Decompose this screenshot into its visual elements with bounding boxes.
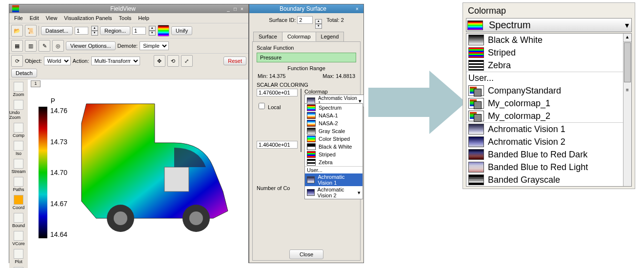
menu-help[interactable]: Help [135,14,152,22]
dd-zebra[interactable]: Zebra [305,158,362,166]
sidebar-iso[interactable]: Iso [9,139,28,157]
maximize-icon[interactable]: □ [232,5,239,12]
open-icon[interactable]: 📂 [11,25,23,37]
dd-nasa1[interactable]: NASA-1 [305,112,362,119]
viewer-options-button[interactable]: Viewer Options... [66,41,116,50]
p3-bluered-light[interactable]: Banded Blue to Red Light [466,161,631,173]
window-title: FieldView [21,5,225,12]
svg-point-1 [114,211,127,225]
dd-achr1[interactable]: Achromatic Vision 1 [305,173,362,186]
svg-point-3 [189,211,203,225]
object-select[interactable]: World [44,57,71,65]
dataset-button[interactable]: Dataset... [41,26,73,35]
surface-id-input[interactable] [297,16,313,24]
dd-achr2[interactable]: Achromatic Vision 2▾ [305,186,362,199]
colormap-panel-title: Colormap [466,5,632,17]
menu-file[interactable]: File [11,14,26,22]
action-select[interactable]: Multi-Transform [91,57,140,65]
colormap-panel-select[interactable]: Spectrum ▼ [466,18,632,32]
num-colors-label: Number of Co [253,183,294,193]
scroll-thumb[interactable] [624,42,631,82]
dd-nasa2[interactable]: NASA-2 [305,119,362,127]
sidebar-extra[interactable] [9,266,28,268]
legend-title: P [39,97,67,105]
3d-viewport[interactable]: 1 P [28,79,248,268]
scroll-up-icon[interactable]: ▴ [624,34,631,42]
colormap-label: Colormap [304,89,364,95]
close-icon[interactable]: × [239,5,245,12]
colormap-icon[interactable] [158,25,169,37]
tool-icon[interactable]: ✎ [39,40,50,52]
p3-zebra[interactable]: Zebra [466,59,631,72]
color-top-input[interactable] [257,89,298,96]
viewport-tab[interactable]: 1 [31,80,40,87]
legend-val-3: 14.67 [50,200,67,208]
sidebar-undo-zoom[interactable]: Undo Zoom [9,98,28,121]
detach-button[interactable]: Detach [11,69,37,77]
region-number[interactable] [132,27,146,35]
dd-bw[interactable]: Black & White [305,143,362,151]
surface-id-spinner[interactable]: ▴▾ [315,19,322,29]
reset-button[interactable]: Reset [223,57,246,65]
scale-icon[interactable]: ⤢ [181,55,193,67]
demote-select[interactable]: Simple [140,41,169,50]
dd-spectrum[interactable]: Spectrum [305,104,362,112]
sidebar-comp[interactable]: Comp [9,121,28,139]
scalar-fn-value[interactable]: Pressure [257,53,356,62]
script-icon[interactable]: 📜 [25,25,37,37]
list-scrollbar[interactable]: ▴ ≡ [623,34,631,186]
tab-legend[interactable]: Legend [316,32,344,41]
sidebar-bound[interactable]: Bound [9,211,28,230]
p3-bw[interactable]: Black & White [466,34,631,46]
sidebar-vcore[interactable]: VCore [9,230,28,248]
sidebar-stream[interactable]: Stream [9,157,28,175]
p3-achr2[interactable]: Achromatic Vision 2 [466,135,631,148]
dd-grayscale[interactable]: Gray Scale [305,127,362,135]
legend-val-2: 14.70 [50,169,67,176]
menu-visualization[interactable]: Visualization Panels [61,14,115,22]
local-checkbox[interactable] [259,103,265,109]
dataset-number[interactable] [75,27,88,35]
dd-colorstriped[interactable]: Color Striped [305,135,362,143]
move-icon[interactable]: ✥ [154,55,165,67]
region-button[interactable]: Region... [100,26,130,35]
region-spinner[interactable]: ▴▾ [149,26,156,36]
arrow-graphic [366,68,468,136]
sidebar-coord[interactable]: Coord [9,193,28,211]
menu-edit[interactable]: Edit [27,14,42,22]
close-button[interactable]: Close [289,249,323,259]
colormap-panel-list: Black & White Striped Zebra User... Comp… [466,33,632,187]
unify-button[interactable]: Unify [171,26,192,35]
p3-striped[interactable]: Striped [466,46,631,59]
color-bot-input[interactable] [257,141,298,149]
p3-achr1[interactable]: Achromatic Vision 1 [466,123,631,135]
dataset-spinner[interactable]: ▴▾ [91,26,98,36]
p3-user-companystandard[interactable]: CompanyStandard [466,84,631,97]
grid-icon[interactable]: ▦ [11,40,23,52]
target-icon[interactable]: ◎ [52,40,64,52]
boundary-title: Boundary Surface [252,5,354,12]
surface-id-label: Surface ID: [269,17,296,23]
tab-colormap[interactable]: Colormap [282,32,316,41]
grid2-icon[interactable]: ▥ [25,40,37,52]
p3-bluered-dark[interactable]: Banded Blue to Red Dark [466,148,631,161]
p3-banded-gray[interactable]: Banded Grayscale [466,173,631,186]
sidebar-paths[interactable]: Paths [9,175,28,193]
p3-user-mycolormap2[interactable]: My_colormap_2 [466,110,631,122]
app-icon [12,5,19,12]
dd-user-header: User... [305,166,362,173]
scalar-coloring-label: SCALAR COLORING [253,79,360,89]
p3-user-mycolormap1[interactable]: My_colormap_1 [466,97,631,110]
fn-min: Min: 14.375 [258,73,285,79]
main-content: Zoom Undo Zoom Comp Iso Stream Paths Coo… [9,79,248,268]
sidebar-plot[interactable]: Plot [9,248,28,266]
menu-tools[interactable]: Tools [116,14,135,22]
rotate-icon[interactable]: ⟲ [167,55,179,67]
minimize-icon[interactable]: _ [225,5,232,12]
refresh-icon[interactable]: ⟳ [11,55,23,67]
sidebar-zoom[interactable]: Zoom [9,80,28,98]
menu-view[interactable]: View [43,14,60,22]
dd-striped[interactable]: Striped [305,151,362,158]
boundary-close-icon[interactable]: × [354,5,361,12]
tab-surface[interactable]: Surface [253,32,282,41]
